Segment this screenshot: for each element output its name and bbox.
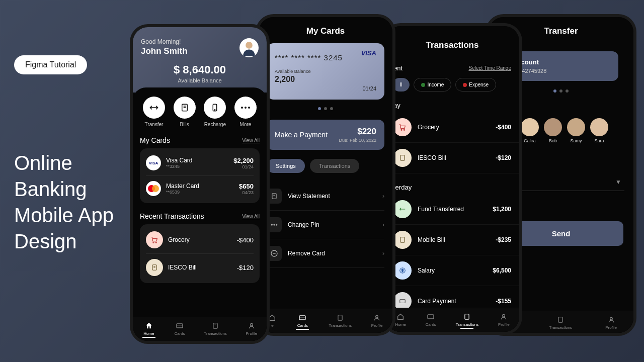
bill-icon bbox=[146, 259, 163, 276]
tab-settings[interactable]: Settings bbox=[267, 159, 305, 173]
contact[interactable]: Bob bbox=[544, 118, 562, 143]
nav-profile[interactable]: Profile bbox=[605, 315, 617, 330]
view-statement[interactable]: View Statement› bbox=[267, 182, 384, 211]
chevron-right-icon: › bbox=[382, 221, 384, 228]
tx-row[interactable]: Grocery-$400 bbox=[385, 112, 519, 143]
dollar-icon: $ bbox=[393, 261, 412, 280]
svg-point-19 bbox=[274, 224, 275, 225]
action-transfer[interactable]: Transfer bbox=[143, 97, 165, 127]
balance-amount: $ 8,640.00 bbox=[141, 63, 259, 76]
svg-point-36 bbox=[503, 314, 505, 317]
nav-transactions[interactable]: Transactions bbox=[549, 315, 573, 330]
my-cards-heading: My Cards bbox=[140, 136, 170, 144]
svg-rect-33 bbox=[400, 300, 406, 303]
svg-point-28 bbox=[404, 129, 405, 130]
svg-rect-13 bbox=[213, 323, 217, 329]
nav-home[interactable]: Home bbox=[142, 321, 155, 338]
bottom-nav: Home Cards Transactions Profile bbox=[133, 317, 267, 341]
page-dots bbox=[259, 105, 392, 112]
change-pin[interactable]: Change Pin› bbox=[267, 211, 384, 239]
svg-rect-29 bbox=[400, 155, 405, 161]
action-more[interactable]: More bbox=[234, 97, 257, 127]
nav-cards[interactable]: Cards bbox=[426, 312, 436, 329]
cart-icon bbox=[146, 231, 163, 248]
chip-expense[interactable]: Expense bbox=[455, 78, 496, 92]
balance-label: Available Balance bbox=[141, 77, 259, 83]
phone-transactions: Transactions ent Select Time Range ll In… bbox=[382, 23, 522, 335]
tx-row[interactable]: IESCO Bill -$120 bbox=[146, 254, 254, 281]
svg-rect-25 bbox=[338, 315, 342, 321]
figma-tutorial-badge: Figma Tutorial bbox=[14, 55, 87, 74]
svg-point-15 bbox=[250, 323, 253, 326]
day-today: ay bbox=[393, 102, 511, 109]
svg-rect-34 bbox=[428, 315, 434, 319]
contact[interactable]: Samy bbox=[567, 118, 585, 143]
bill-icon bbox=[393, 231, 412, 249]
svg-point-39 bbox=[610, 317, 612, 320]
cart-icon bbox=[393, 118, 412, 136]
nav-transactions[interactable]: Transactions bbox=[456, 312, 479, 329]
svg-point-6 bbox=[153, 242, 154, 243]
svg-text:$: $ bbox=[401, 268, 404, 273]
remove-card[interactable]: Remove Card› bbox=[267, 239, 384, 268]
contact[interactable]: Sara bbox=[590, 118, 608, 143]
bottom-nav: Home Cards Transactions Profile bbox=[385, 308, 519, 332]
chevron-down-icon: ▼ bbox=[615, 178, 621, 186]
nav-cards[interactable]: Cards bbox=[296, 313, 309, 330]
svg-rect-23 bbox=[299, 316, 305, 320]
transfer-icon bbox=[393, 200, 412, 218]
action-bills[interactable]: Bills bbox=[174, 97, 196, 127]
nav-cards[interactable]: Cards bbox=[174, 321, 185, 338]
svg-rect-16 bbox=[272, 194, 276, 199]
visa-logo: VISA bbox=[361, 49, 376, 57]
chevron-right-icon: › bbox=[382, 250, 384, 257]
hero-title: Online Banking Mobile App Design bbox=[14, 150, 114, 254]
svg-rect-30 bbox=[400, 237, 405, 243]
credit-card[interactable]: VISA **** **** **** 3245 Available Balan… bbox=[267, 43, 384, 100]
avatar[interactable] bbox=[239, 38, 259, 57]
recent-tx-heading: Recent Transactions bbox=[140, 212, 204, 220]
svg-rect-38 bbox=[558, 317, 562, 323]
card-row-visa[interactable]: VISA Visa Card**3245 $2,20001/24 bbox=[146, 150, 254, 176]
phone-cards: My Cards VISA **** **** **** 3245 Availa… bbox=[256, 14, 395, 336]
tx-row[interactable]: Grocery -$400 bbox=[146, 226, 254, 254]
page-title: My Cards bbox=[259, 17, 392, 36]
svg-point-27 bbox=[401, 129, 402, 130]
svg-rect-11 bbox=[177, 324, 183, 328]
tx-row[interactable]: Mobile Bill-$235 bbox=[385, 225, 519, 255]
svg-rect-35 bbox=[465, 314, 469, 320]
nav-profile[interactable]: Profile bbox=[246, 321, 257, 338]
phone-home: Good Morning! John Smith $ 8,640.00 Avai… bbox=[130, 24, 270, 344]
tx-row[interactable]: IESCO Bill-$120 bbox=[385, 143, 519, 173]
svg-point-26 bbox=[376, 315, 378, 318]
select-time-range[interactable]: Select Time Range bbox=[469, 65, 512, 71]
svg-point-0 bbox=[246, 42, 253, 49]
make-payment-card[interactable]: Make a Payment $220Due: Feb 10, 2022 bbox=[267, 120, 384, 150]
bottom-nav: e Cards Transactions Profile bbox=[259, 309, 392, 333]
chip-income[interactable]: Income bbox=[414, 78, 451, 92]
tab-transactions[interactable]: Transactions bbox=[310, 159, 360, 173]
contact[interactable]: Calira bbox=[521, 118, 539, 143]
action-recharge[interactable]: Recharge bbox=[204, 97, 226, 127]
svg-point-5 bbox=[215, 110, 216, 111]
nav-transactions[interactable]: Transactions bbox=[329, 313, 352, 330]
tx-row[interactable]: $Salary$6,500 bbox=[385, 255, 519, 286]
nav-transactions[interactable]: Transactions bbox=[204, 321, 227, 338]
view-all-tx[interactable]: View All bbox=[242, 214, 260, 219]
nav-home[interactable]: Home bbox=[395, 312, 406, 329]
view-all-cards[interactable]: View All bbox=[242, 138, 260, 143]
svg-point-20 bbox=[276, 224, 277, 225]
mastercard-icon bbox=[146, 181, 161, 196]
svg-point-7 bbox=[155, 242, 156, 243]
chevron-right-icon: › bbox=[382, 193, 384, 200]
tx-row[interactable]: Fund Transferred$1,200 bbox=[385, 194, 519, 225]
svg-point-18 bbox=[271, 224, 272, 225]
card-row-master[interactable]: Master Card**6539 $65004/23 bbox=[146, 176, 254, 201]
page-title: Transactions bbox=[385, 26, 519, 50]
visa-icon: VISA bbox=[146, 155, 161, 170]
day-yesterday: terday bbox=[393, 184, 511, 191]
bill-icon bbox=[393, 149, 412, 167]
nav-profile[interactable]: Profile bbox=[498, 312, 510, 329]
nav-profile[interactable]: Profile bbox=[371, 313, 383, 330]
